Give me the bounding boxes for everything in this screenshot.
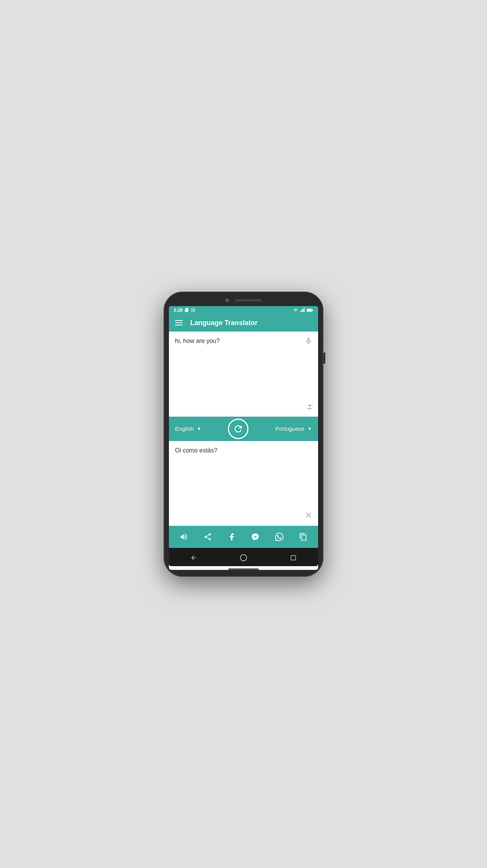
swap-vertical-icon[interactable] <box>304 403 314 411</box>
location-icon <box>191 308 196 313</box>
battery-icon <box>307 308 314 313</box>
svg-point-8 <box>240 554 247 561</box>
speak-button[interactable] <box>176 529 191 544</box>
swap-languages-button[interactable] <box>228 419 248 439</box>
language-bar: English ▼ Portuguese ▼ <box>169 417 318 441</box>
sd-card-icon <box>184 308 189 313</box>
hamburger-menu-button[interactable] <box>175 320 183 325</box>
output-text: Oi como estás? <box>175 447 312 520</box>
input-area[interactable]: hi, how are you? <box>169 332 318 417</box>
refresh-icon <box>233 424 244 434</box>
messenger-button[interactable] <box>248 529 263 544</box>
home-indicator <box>228 568 259 570</box>
status-bar: 3:28 <box>169 306 318 314</box>
share-button[interactable] <box>200 529 215 544</box>
target-language-dropdown-arrow: ▼ <box>307 426 312 432</box>
input-text: hi, how are you? <box>175 338 312 410</box>
target-language-label: Portuguese <box>275 425 304 432</box>
svg-rect-9 <box>291 555 296 560</box>
output-area: Oi como estás? <box>169 441 318 526</box>
home-button[interactable] <box>237 552 250 564</box>
phone-screen: 3:28 <box>169 306 318 570</box>
camera-dot <box>225 298 229 302</box>
svg-rect-2 <box>302 309 302 312</box>
status-right <box>293 308 314 313</box>
target-language-selector[interactable]: Portuguese ▼ <box>275 425 312 432</box>
phone-frame: 3:28 <box>164 292 323 577</box>
hamburger-line-3 <box>175 325 183 325</box>
back-button[interactable] <box>188 552 200 564</box>
copy-button[interactable] <box>296 529 311 544</box>
hamburger-line-2 <box>175 322 183 323</box>
status-left: 3:28 <box>173 308 196 313</box>
speaker-grille <box>235 299 262 301</box>
svg-rect-6 <box>307 309 312 311</box>
whatsapp-button[interactable] <box>272 529 287 544</box>
svg-rect-4 <box>304 308 305 312</box>
status-time: 3:28 <box>173 308 183 313</box>
source-language-selector[interactable]: English ▼ <box>175 425 201 432</box>
clear-output-button[interactable] <box>304 511 313 521</box>
volume-button[interactable] <box>323 352 325 364</box>
microphone-icon[interactable] <box>304 337 313 348</box>
signal-icon <box>300 308 305 313</box>
source-language-dropdown-arrow: ▼ <box>197 426 201 432</box>
action-bar <box>169 526 318 548</box>
app-title: Language Translator <box>190 319 258 327</box>
app-bar: Language Translator <box>169 314 318 332</box>
source-language-label: English <box>175 425 194 432</box>
recent-apps-button[interactable] <box>287 552 299 564</box>
wifi-icon <box>293 308 298 313</box>
svg-rect-3 <box>303 309 304 312</box>
svg-rect-1 <box>301 311 301 312</box>
hamburger-line-1 <box>175 320 183 321</box>
svg-rect-7 <box>312 309 313 311</box>
facebook-button[interactable] <box>224 529 239 544</box>
nav-bar <box>169 548 318 566</box>
phone-top-bar <box>169 298 318 306</box>
